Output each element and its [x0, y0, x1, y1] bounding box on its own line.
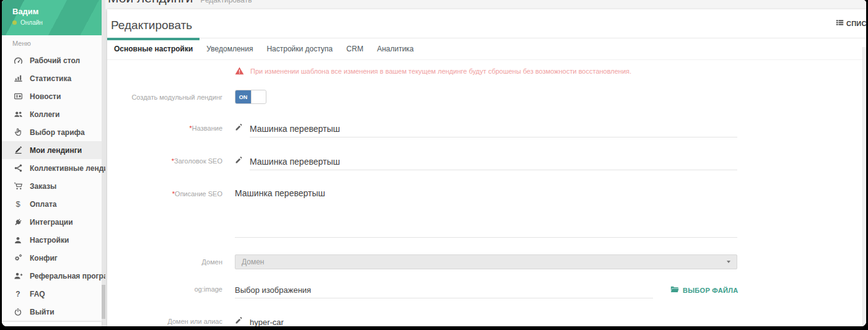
content-scrollbar-track[interactable]	[862, 47, 866, 326]
list-button-label: список	[846, 20, 866, 27]
sidebar-item-config[interactable]: Конфиг	[2, 249, 102, 267]
modular-landing-toggle[interactable]: ON	[235, 90, 266, 104]
og-image-label: og:image	[107, 285, 222, 298]
question-icon: ?	[12, 290, 24, 298]
list-icon	[836, 18, 844, 29]
tab-main-settings[interactable]: Основные настройки	[107, 38, 199, 59]
alias-input[interactable]: hyper-car	[250, 318, 737, 326]
sidebar-item-label: Мои лендинги	[30, 146, 82, 155]
sidebar-item-label: Конфиг	[30, 254, 58, 263]
menu-section-label: Меню	[12, 40, 31, 47]
sidebar-item-collective-landings[interactable]: Коллективные лендинги	[2, 159, 102, 177]
warning-icon	[235, 66, 244, 78]
og-image-input[interactable]: Выбор изображения	[235, 285, 653, 298]
hand-pointer-icon	[12, 128, 24, 137]
toggle-knob	[251, 90, 266, 103]
sidebar: Вадим Онлайн Меню Рабочий стол Статистик…	[2, 0, 105, 326]
tab-crm[interactable]: CRM	[340, 38, 370, 59]
settings-form: Создать модульный лендинг ON *Название М…	[107, 90, 863, 326]
page-header: Мои лендингиРедактировать	[105, 0, 866, 9]
sidebar-item-orders[interactable]: Заказы	[2, 177, 102, 195]
users-icon	[12, 110, 24, 119]
choose-file-button[interactable]: ВЫБОР ФАЙЛА	[670, 285, 739, 298]
bar-chart-icon	[12, 74, 24, 83]
domain-select[interactable]: Домен	[235, 254, 737, 269]
app-window: Вадим Онлайн Меню Рабочий стол Статистик…	[2, 0, 866, 326]
card-title: Редактировать	[111, 19, 192, 32]
page-title: Мои лендинги	[108, 0, 193, 5]
sidebar-item-tariff[interactable]: Выбор тарифа	[2, 123, 102, 141]
seo-title-label: Заголовок SEO	[174, 157, 222, 165]
user-plus-icon	[12, 271, 24, 280]
tab-analytics[interactable]: Аналитика	[370, 38, 420, 59]
sidebar-item-label: Оплата	[30, 200, 56, 209]
choose-file-label: ВЫБОР ФАЙЛА	[683, 287, 739, 294]
warning-text: При изменении шаблона все изменения в ва…	[250, 66, 631, 75]
og-image-row: og:image Выбор изображения ВЫБОР ФАЙЛА	[107, 285, 863, 298]
sidebar-item-referral[interactable]: Реферальная программа	[2, 267, 102, 285]
list-view-button[interactable]: список	[836, 18, 866, 29]
tab-access-settings[interactable]: Настройки доступа	[260, 38, 340, 59]
plug-icon	[12, 218, 24, 227]
user-name: Вадим	[12, 7, 38, 16]
newspaper-icon	[12, 92, 24, 101]
sidebar-footer	[2, 322, 102, 326]
seo-description-row: *Описание SEO Машинка перевертыш	[107, 188, 863, 238]
seo-title-input[interactable]: Машинка перевертыш	[250, 157, 737, 170]
sidebar-item-integrations[interactable]: Интеграции	[2, 213, 102, 231]
sidebar-item-logout[interactable]: Выйти	[2, 303, 102, 321]
seo-description-label: Описание SEO	[175, 190, 222, 198]
modular-landing-row: Создать модульный лендинг ON	[107, 90, 863, 104]
alias-row: Домен или алиас hyper-car	[107, 316, 863, 326]
breadcrumb: Редактировать	[200, 0, 252, 4]
sidebar-item-dashboard[interactable]: Рабочий стол	[2, 51, 102, 69]
domain-label: Домен	[107, 258, 222, 266]
power-icon	[12, 308, 24, 316]
sidebar-item-label: Интеграции	[30, 218, 73, 227]
sidebar-item-label: Выбор тарифа	[30, 128, 85, 137]
sidebar-item-label: Выйти	[30, 308, 55, 316]
sidebar-item-label: FAQ	[30, 290, 45, 298]
name-row: *Название Машинка перевертыш	[107, 123, 863, 137]
domain-row: Домен Домен	[107, 254, 863, 269]
modular-landing-label: Создать модульный лендинг	[107, 93, 222, 101]
sidebar-item-payment[interactable]: $ Оплата	[2, 195, 102, 213]
sidebar-item-label: Новости	[30, 92, 61, 101]
sidebar-nav: Рабочий стол Статистика Новости Коллеги …	[2, 51, 102, 321]
sidebar-item-label: Настройки	[30, 236, 69, 245]
dashboard-icon	[12, 56, 24, 65]
share-icon	[12, 163, 24, 173]
cogs-icon	[12, 253, 24, 263]
sidebar-item-label: Коллеги	[30, 110, 60, 119]
sidebar-item-news[interactable]: Новости	[2, 87, 102, 105]
main-area: Мои лендингиРедактировать Редактировать …	[105, 0, 866, 326]
name-input[interactable]: Машинка перевертыш	[250, 124, 737, 137]
pencil-icon	[235, 123, 243, 137]
online-status-dot	[12, 20, 17, 25]
sidebar-item-label: Заказы	[30, 182, 56, 191]
tab-notifications[interactable]: Уведомления	[199, 38, 260, 59]
dollar-icon: $	[12, 199, 24, 209]
sidebar-item-colleagues[interactable]: Коллеги	[2, 105, 102, 123]
sidebar-item-label: Статистика	[30, 74, 71, 83]
domain-select-value: Домен	[242, 258, 265, 266]
sidebar-item-faq[interactable]: ? FAQ	[2, 285, 102, 303]
template-warning: При изменении шаблона все изменения в ва…	[235, 66, 863, 78]
folder-icon	[670, 285, 679, 295]
alias-label: Домен или алиас	[107, 318, 222, 326]
sidebar-item-statistics[interactable]: Статистика	[2, 69, 102, 87]
sidebar-item-my-landings[interactable]: Мои лендинги	[2, 141, 102, 159]
tab-bar: Основные настройки Уведомления Настройки…	[107, 38, 863, 60]
sidebar-item-label: Рабочий стол	[30, 56, 80, 65]
card-header: Редактировать список	[107, 9, 866, 38]
seo-title-row: *Заголовок SEO Машинка перевертыш	[107, 155, 863, 170]
toggle-on-label: ON	[235, 90, 251, 103]
pen-icon	[12, 145, 24, 155]
chevron-down-icon	[727, 261, 730, 263]
sidebar-item-settings[interactable]: Настройки	[2, 231, 102, 249]
seo-description-textarea[interactable]: Машинка перевертыш	[235, 188, 737, 238]
cart-icon	[12, 181, 24, 191]
edit-card: Редактировать список Основные настройки …	[107, 9, 866, 326]
online-status-label: Онлайн	[20, 19, 43, 26]
pencil-icon	[235, 155, 243, 170]
